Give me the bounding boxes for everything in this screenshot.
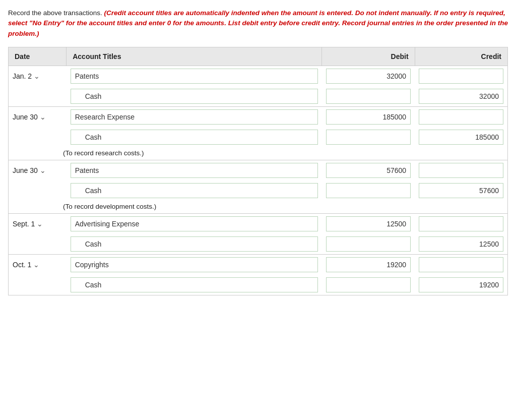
credit-input-4-0[interactable] <box>419 257 503 272</box>
debit-input-3-1[interactable] <box>326 236 411 252</box>
debit-input-2-0[interactable] <box>326 163 411 178</box>
header-debit: Debit <box>322 47 415 66</box>
debit-input-0-1[interactable] <box>326 89 411 104</box>
credit-input-0-0[interactable] <box>419 69 503 84</box>
date-select-0[interactable]: Jan. 2 ⌄ <box>13 72 62 80</box>
debit-input-0-0[interactable] <box>326 69 411 84</box>
account-input-3-1[interactable] <box>71 236 318 252</box>
note-1: (To record research costs.) <box>9 147 508 160</box>
date-label-0: Jan. 2 <box>13 72 32 80</box>
debit-input-2-1[interactable] <box>326 183 411 198</box>
chevron-icon-0: ⌄ <box>34 72 40 80</box>
debit-input-1-0[interactable] <box>326 109 411 125</box>
chevron-icon-4: ⌄ <box>33 261 39 269</box>
date-label-2: June 30 <box>13 166 38 174</box>
header-credit: Credit <box>415 47 507 66</box>
chevron-icon-1: ⌄ <box>40 113 46 121</box>
date-select-2[interactable]: June 30 ⌄ <box>13 166 62 174</box>
account-input-1-1[interactable] <box>71 130 318 145</box>
date-select-4[interactable]: Oct. 1 ⌄ <box>13 261 62 269</box>
chevron-icon-2: ⌄ <box>40 166 46 174</box>
credit-input-0-1[interactable] <box>419 89 503 104</box>
credit-input-2-0[interactable] <box>419 163 503 178</box>
credit-input-1-1[interactable] <box>419 130 503 145</box>
account-input-0-1[interactable] <box>71 89 318 104</box>
date-label-3: Sept. 1 <box>13 220 35 228</box>
account-input-4-1[interactable] <box>71 277 318 292</box>
credit-input-1-0[interactable] <box>419 109 503 125</box>
header-account: Account Titles <box>67 47 322 66</box>
debit-input-3-0[interactable] <box>326 216 411 231</box>
date-select-3[interactable]: Sept. 1 ⌄ <box>13 220 62 228</box>
account-input-0-0[interactable] <box>71 69 318 84</box>
date-select-1[interactable]: June 30 ⌄ <box>13 113 62 121</box>
instruction-text: Record the above transactions. (Credit a… <box>8 8 508 39</box>
note-2: (To record development costs.) <box>9 201 508 214</box>
date-label-1: June 30 <box>13 113 38 121</box>
debit-input-4-0[interactable] <box>326 257 411 272</box>
account-input-2-0[interactable] <box>71 163 318 178</box>
credit-input-2-1[interactable] <box>419 183 503 198</box>
debit-input-1-1[interactable] <box>326 130 411 145</box>
date-label-4: Oct. 1 <box>13 261 31 269</box>
account-input-4-0[interactable] <box>71 257 318 272</box>
credit-input-3-0[interactable] <box>419 216 503 231</box>
account-input-2-1[interactable] <box>71 183 318 198</box>
debit-input-4-1[interactable] <box>326 277 411 292</box>
credit-input-3-1[interactable] <box>419 236 503 252</box>
account-input-3-0[interactable] <box>71 216 318 231</box>
journal-table: Date Account Titles Debit Credit Jan. 2 … <box>8 47 508 295</box>
account-input-1-0[interactable] <box>71 109 318 125</box>
header-date: Date <box>9 47 67 66</box>
chevron-icon-3: ⌄ <box>37 220 43 228</box>
credit-input-4-1[interactable] <box>419 277 503 292</box>
